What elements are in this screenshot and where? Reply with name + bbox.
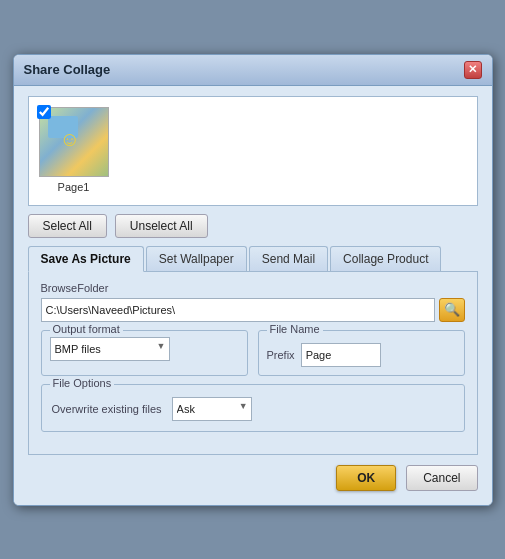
page-label: Page1 [58,181,90,193]
file-options-label: File Options [50,377,115,389]
browse-folder-label: BrowseFolder [41,282,465,294]
page-checkbox[interactable] [37,105,51,119]
tab-content: BrowseFolder 🔍 Output format BMP files J… [28,272,478,455]
two-col-row: Output format BMP files JPEG files PNG f… [41,330,465,376]
browse-folder-button[interactable]: 🔍 [439,298,465,322]
tab-collage-product[interactable]: Collage Product [330,246,441,271]
prefix-row: Prefix [267,343,456,367]
file-name-group: File Name Prefix [258,330,465,376]
tab-send-mail[interactable]: Send Mail [249,246,328,271]
file-name-label: File Name [267,323,323,335]
output-format-select[interactable]: BMP files JPEG files PNG files GIF files [50,337,170,361]
tab-save-as-picture[interactable]: Save As Picture [28,246,144,272]
select-all-button[interactable]: Select All [28,214,107,238]
select-buttons-row: Select All Unselect All [28,214,478,238]
title-bar: Share Collage ✕ [14,55,492,86]
bottom-buttons: OK Cancel [28,465,478,491]
overwrite-select[interactable]: Ask Always Never [172,397,252,421]
prefix-label: Prefix [267,349,295,361]
output-format-group: Output format BMP files JPEG files PNG f… [41,330,248,376]
thumb-wrapper [39,107,109,177]
browse-folder-input[interactable] [41,298,435,322]
browse-folder-row: 🔍 [41,298,465,322]
overwrite-row: Overwrite existing files Ask Always Neve… [52,397,454,421]
output-format-label: Output format [50,323,123,335]
tab-set-wallpaper[interactable]: Set Wallpaper [146,246,247,271]
file-options-group: File Options Overwrite existing files As… [41,384,465,432]
thumbnail-item: Page1 [39,107,109,193]
overwrite-existing-label: Overwrite existing files [52,403,162,415]
window-title: Share Collage [24,62,111,77]
overwrite-select-wrapper: Ask Always Never [172,397,252,421]
folder-icon: 🔍 [444,302,460,317]
window-body: Page1 Select All Unselect All Save As Pi… [14,86,492,505]
thumbnail-area: Page1 [28,96,478,206]
unselect-all-button[interactable]: Unselect All [115,214,208,238]
cancel-button[interactable]: Cancel [406,465,477,491]
ok-button[interactable]: OK [336,465,396,491]
close-button[interactable]: ✕ [464,61,482,79]
tabs-row: Save As Picture Set Wallpaper Send Mail … [28,246,478,272]
share-collage-dialog: Share Collage ✕ Page1 Select All Unselec… [13,54,493,506]
prefix-input[interactable] [301,343,381,367]
output-format-select-wrapper: BMP files JPEG files PNG files GIF files [50,337,170,361]
